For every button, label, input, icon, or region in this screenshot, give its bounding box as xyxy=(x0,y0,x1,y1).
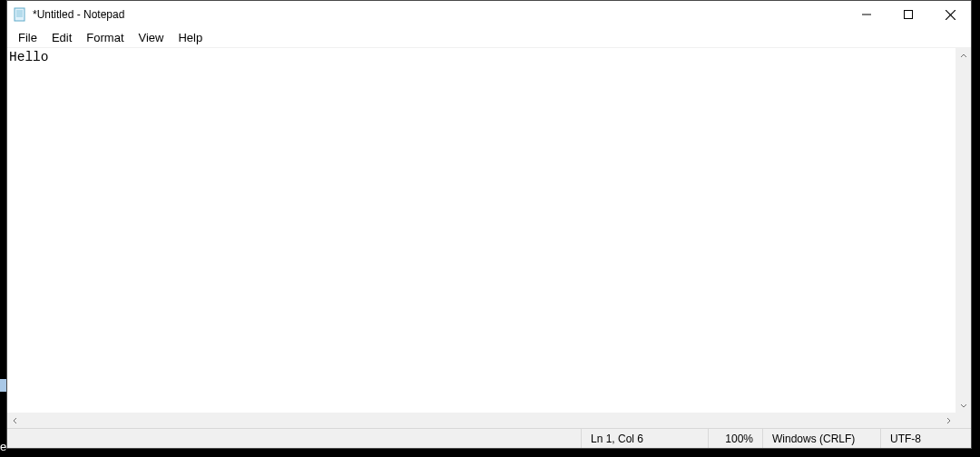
notepad-app-icon xyxy=(13,7,27,22)
window-title: *Untitled - Notepad xyxy=(33,8,124,21)
status-cursor-position: Ln 1, Col 6 xyxy=(581,429,708,448)
menu-bar: File Edit Format View Help xyxy=(7,28,971,48)
scroll-right-icon[interactable] xyxy=(940,413,956,428)
close-button[interactable] xyxy=(929,1,971,28)
notepad-window: *Untitled - Notepad File Edit Format Vie… xyxy=(6,0,972,449)
scroll-left-icon[interactable] xyxy=(7,413,23,428)
scroll-down-icon[interactable] xyxy=(956,397,971,413)
title-bar[interactable]: *Untitled - Notepad xyxy=(7,1,971,28)
minimize-button[interactable] xyxy=(846,1,887,28)
horizontal-scrollbar[interactable] xyxy=(7,413,971,428)
status-zoom-level: 100% xyxy=(708,429,762,448)
menu-edit[interactable]: Edit xyxy=(44,29,79,46)
window-controls xyxy=(846,1,971,28)
editor-area: Hello xyxy=(7,48,971,428)
svg-line-7 xyxy=(946,10,956,20)
desktop: e *Untitled - Notepad xyxy=(0,0,980,457)
status-bar: Ln 1, Col 6 100% Windows (CRLF) UTF-8 xyxy=(7,428,971,448)
svg-line-8 xyxy=(946,10,956,20)
maximize-button[interactable] xyxy=(887,1,929,28)
text-editor[interactable]: Hello xyxy=(7,48,971,413)
vertical-scrollbar[interactable] xyxy=(956,48,971,413)
menu-file[interactable]: File xyxy=(11,29,44,46)
menu-view[interactable]: View xyxy=(132,29,172,46)
menu-format[interactable]: Format xyxy=(79,29,131,46)
status-encoding: UTF-8 xyxy=(880,429,971,448)
menu-help[interactable]: Help xyxy=(171,29,210,46)
status-spacer xyxy=(7,429,581,448)
status-line-ending: Windows (CRLF) xyxy=(762,429,880,448)
scroll-up-icon[interactable] xyxy=(956,48,971,63)
svg-rect-6 xyxy=(905,11,913,19)
